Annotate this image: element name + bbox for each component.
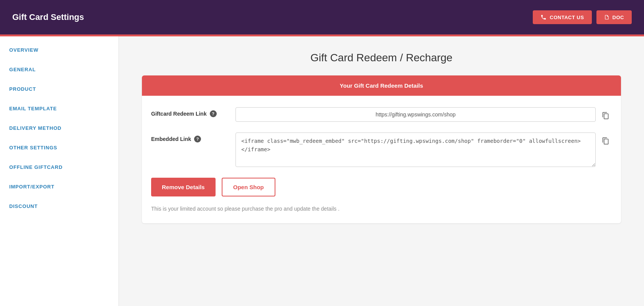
embedded-link-textarea[interactable]: <iframe class="mwb_redeem_embed" src="ht… [236, 133, 596, 167]
header-actions: CONTACT US DOC [533, 10, 632, 24]
doc-icon [604, 14, 609, 20]
sidebar-item-discount[interactable]: DISCOUNT [0, 196, 119, 216]
remove-details-button[interactable]: Remove Details [151, 178, 216, 196]
main-content: Gift Card Redeem / Recharge Your Gift Ca… [119, 36, 644, 306]
contact-us-label: CONTACT US [550, 15, 584, 20]
embedded-link-help-icon[interactable]: ? [194, 136, 201, 142]
open-shop-button[interactable]: Open Shop [222, 178, 275, 196]
layout: OVERVIEW GENERAL PRODUCT EMAIL TEMPLATE … [0, 36, 644, 306]
embedded-link-input-area: <iframe class="mwb_redeem_embed" src="ht… [236, 133, 612, 167]
sidebar-item-general[interactable]: GENERAL [0, 60, 119, 79]
redeem-card: Your Gift Card Redeem Details Giftcard R… [142, 75, 621, 223]
phone-icon [540, 14, 547, 20]
embedded-link-label: Embedded Link [151, 136, 191, 142]
contact-us-button[interactable]: CONTACT US [533, 10, 591, 24]
redeem-link-input[interactable] [236, 107, 596, 122]
page-title: Gift Card Redeem / Recharge [142, 52, 621, 64]
header: Gift Card Settings CONTACT US DOC [0, 0, 644, 34]
redeem-link-row: Giftcard Redeem Link ? [151, 107, 612, 122]
card-header: Your Gift Card Redeem Details [142, 75, 621, 96]
embedded-link-label-area: Embedded Link ? [151, 133, 236, 142]
sidebar-item-other-settings[interactable]: OTHER SETTINGS [0, 138, 119, 157]
sidebar: OVERVIEW GENERAL PRODUCT EMAIL TEMPLATE … [0, 36, 119, 306]
sidebar-item-offline-giftcard[interactable]: OFFLINE GIFTCARD [0, 157, 119, 177]
redeem-link-input-area [236, 107, 612, 122]
doc-button[interactable]: DOC [596, 10, 632, 24]
sidebar-item-delivery-method[interactable]: DELIVERY METHOD [0, 118, 119, 138]
embedded-link-copy-icon[interactable] [600, 135, 612, 147]
sidebar-item-overview[interactable]: OVERVIEW [0, 40, 119, 60]
redeem-link-label-area: Giftcard Redeem Link ? [151, 107, 236, 117]
redeem-link-help-icon[interactable]: ? [210, 110, 217, 117]
sidebar-item-import-export[interactable]: IMPORT/EXPORT [0, 177, 119, 196]
note-text: This is your limited account so please p… [151, 206, 612, 212]
embedded-link-row: Embedded Link ? <iframe class="mwb_redee… [151, 133, 612, 167]
action-buttons-row: Remove Details Open Shop [151, 178, 612, 196]
card-body: Giftcard Redeem Link ? [142, 96, 621, 223]
header-title: Gift Card Settings [12, 12, 84, 22]
sidebar-item-product[interactable]: PRODUCT [0, 79, 119, 99]
doc-label: DOC [613, 15, 624, 20]
redeem-link-label: Giftcard Redeem Link [151, 111, 207, 117]
sidebar-item-email-template[interactable]: EMAIL TEMPLATE [0, 99, 119, 118]
redeem-link-copy-icon[interactable] [600, 110, 612, 122]
